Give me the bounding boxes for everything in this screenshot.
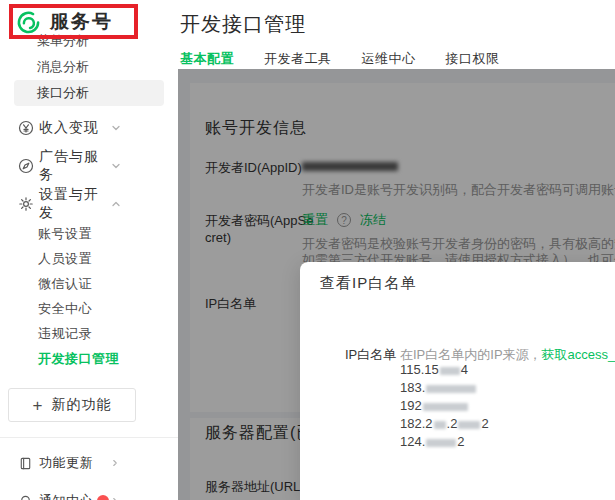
yen-circle-icon <box>18 120 34 136</box>
modal-title: 查看IP白名单 <box>320 274 416 293</box>
redacted-segment <box>423 403 468 411</box>
sidebar-footer-通知中心[interactable]: 通知中心 <box>0 487 178 500</box>
wechat-mp-admin-window: 服务号 菜单分析消息分析接口分析 收入变现广告与服务设置与开发 账号设置人员设置… <box>0 0 615 500</box>
sidebar-sub-list: 账号设置人员设置微信认证安全中心违规记录开发接口管理 <box>0 221 178 371</box>
new-feature-button[interactable]: + 新的功能 <box>8 388 136 422</box>
chevron-down-icon <box>110 160 122 172</box>
sidebar-divider <box>0 437 178 438</box>
sidebar-item-菜单分析[interactable]: 菜单分析 <box>14 28 164 54</box>
ip-entry: 183. <box>400 379 489 397</box>
sidebar-stat-list: 菜单分析消息分析接口分析 <box>0 28 178 106</box>
ip-entry: 115.154 <box>400 361 489 379</box>
sidebar-item-违规记录[interactable]: 违规记录 <box>0 321 178 346</box>
gear-icon <box>18 196 34 212</box>
ip-entry: 182.2.22 <box>400 415 489 433</box>
ip-whitelist-modal: 查看IP白名单 IP白名单 在IP白名单内的IP来源，获取access_toke… <box>300 262 615 500</box>
ip-entry: 124.2 <box>400 433 489 451</box>
chevron-down-icon <box>110 122 122 134</box>
plus-icon: + <box>33 397 44 414</box>
compass-icon <box>18 158 34 174</box>
sidebar-footer-list: 功能更新通知中心 <box>0 449 178 500</box>
page-title: 开发接口管理 <box>180 11 306 38</box>
journal-icon <box>18 456 33 471</box>
bell-icon <box>18 494 33 500</box>
sidebar-item-安全中心[interactable]: 安全中心 <box>0 296 178 321</box>
redacted-segment <box>426 385 476 393</box>
sidebar-group-list: 收入变现广告与服务设置与开发 <box>0 109 178 223</box>
new-feature-label: 新的功能 <box>51 396 111 414</box>
ip-list: 115.154183.192182.2.22124.2 <box>400 361 489 451</box>
chevron-right-icon <box>110 458 120 468</box>
redacted-segment <box>426 439 456 447</box>
chevron-up-icon <box>110 198 122 210</box>
sidebar-item-人员设置[interactable]: 人员设置 <box>0 246 178 271</box>
sidebar-item-开发接口管理[interactable]: 开发接口管理 <box>0 346 178 371</box>
sidebar: 服务号 菜单分析消息分析接口分析 收入变现广告与服务设置与开发 账号设置人员设置… <box>0 0 178 500</box>
sidebar-item-微信认证[interactable]: 微信认证 <box>0 271 178 296</box>
sidebar-group-广告与服务[interactable]: 广告与服务 <box>0 147 178 185</box>
sidebar-group-收入变现[interactable]: 收入变现 <box>0 109 178 147</box>
sidebar-item-账号设置[interactable]: 账号设置 <box>0 221 178 246</box>
ip-desc-prefix: 在IP白名单内的IP来源， <box>400 347 542 362</box>
redacted-segment <box>458 421 480 429</box>
sidebar-item-接口分析[interactable]: 接口分析 <box>14 80 164 106</box>
sidebar-footer-功能更新[interactable]: 功能更新 <box>0 449 178 477</box>
sidebar-item-消息分析[interactable]: 消息分析 <box>14 54 164 80</box>
modal-ip-label: IP白名单 <box>345 346 385 364</box>
redacted-segment <box>434 421 446 429</box>
main-header: 开发接口管理 基本配置开发者工具运维中心接口权限 <box>178 0 615 69</box>
notification-badge <box>97 495 109 500</box>
chevron-right-icon <box>110 496 120 500</box>
redacted-segment <box>440 367 460 375</box>
get-access-token-link[interactable]: 获取access_token <box>542 347 615 362</box>
sidebar-group-设置与开发[interactable]: 设置与开发 <box>0 185 178 223</box>
ip-entry: 192 <box>400 397 489 415</box>
